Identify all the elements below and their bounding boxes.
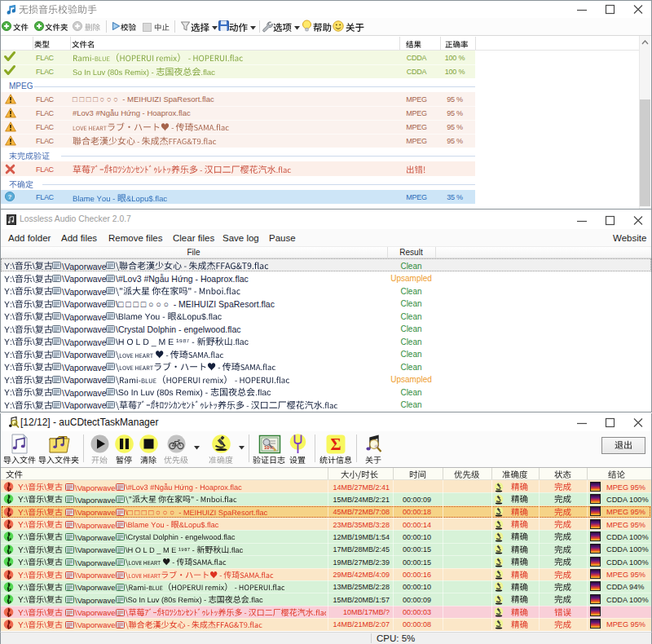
svg-text:Σ: Σ [330,435,341,453]
svg-text:?: ? [8,193,12,201]
svg-text:10%: 10% [264,445,275,450]
